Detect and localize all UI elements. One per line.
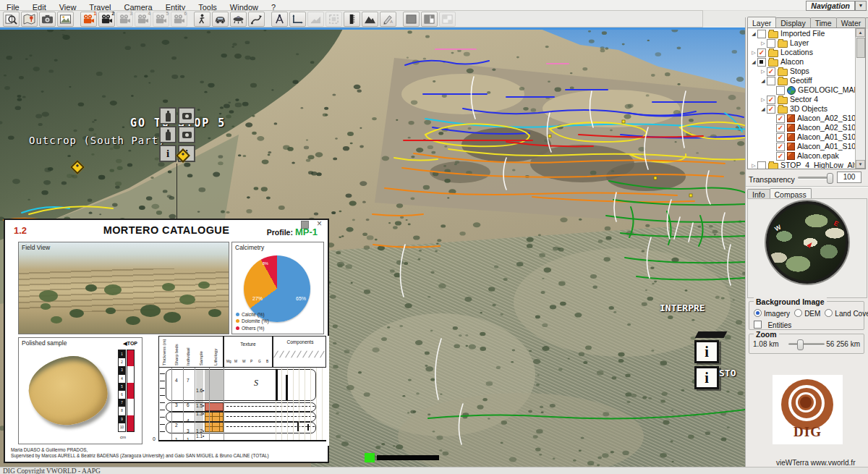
tree-checkbox[interactable] (757, 30, 766, 38)
tree-checkbox[interactable]: ✓ (776, 133, 785, 142)
tree-item-sector-4[interactable]: ▷✓Sector 4 (748, 95, 856, 104)
video-camera-5-button[interactable]: 5 (153, 12, 169, 27)
tree-checkbox[interactable] (757, 161, 766, 170)
tree-item-alacon-epak[interactable]: ✓Alacon.epak (748, 151, 856, 161)
rock-sample-photo (25, 352, 111, 429)
compass-east-label: E (833, 219, 840, 228)
interpretation-billboard[interactable]: i i (694, 340, 719, 389)
tree-item-geologic-map-magna50-[interactable]: GEOLOGIC_MAP_MAGNA50_ (748, 85, 856, 95)
photo-camera-icon[interactable] (178, 107, 195, 124)
tree-item-alacon-a01-s101-epak[interactable]: ✓Alacon_A01_S101.epak (748, 142, 856, 151)
zoom-slider[interactable] (788, 343, 825, 345)
drive-mode-button[interactable] (212, 12, 229, 27)
tree-expander-icon[interactable]: ▷ (750, 48, 757, 57)
tree-item-geotiff[interactable]: ◢Geotiff (748, 76, 856, 85)
tree-item-layer[interactable]: ▷Layer (748, 38, 856, 48)
annotate-button[interactable]: A (380, 12, 396, 27)
tree-expander-icon[interactable]: ▷ (750, 161, 757, 169)
video-camera-6-button[interactable]: 6 (171, 12, 187, 27)
tree-expander-icon[interactable]: ▷ (760, 38, 767, 48)
tree-checkbox[interactable]: ✓ (776, 143, 785, 151)
tree-item-3d-objects[interactable]: ◢✓3D Objects (748, 104, 856, 114)
tree-checkbox[interactable]: ✓ (767, 67, 775, 76)
tree-checkbox[interactable]: ✓ (767, 105, 775, 114)
axes-view-button[interactable] (289, 12, 306, 27)
tree-checkbox[interactable]: ✓ (767, 96, 775, 104)
entities-checkbox[interactable] (754, 321, 762, 329)
layout-quad-button[interactable] (439, 12, 456, 27)
toolbar: 123456A (0, 10, 703, 27)
compass-west-label: W (773, 224, 782, 233)
tree-expander-icon[interactable]: ◢ (750, 29, 757, 38)
tree-expander-icon[interactable]: ◢ (760, 76, 767, 85)
tree-item-alacon-a01-s102-epak[interactable]: ✓Alacon_A01_S102.epak (748, 132, 856, 142)
selection-frame-button[interactable] (326, 12, 342, 27)
scroll-up-icon[interactable]: ▲ (856, 28, 865, 37)
measure-compass-button[interactable] (271, 12, 288, 27)
ruler-button[interactable] (344, 12, 360, 27)
tree-checkbox[interactable]: ✓ (776, 114, 785, 123)
tree-item-alacon[interactable]: ◢Alacon (748, 57, 856, 67)
video-camera-1-button[interactable]: 1 (80, 12, 97, 27)
tree-checkbox[interactable] (776, 86, 785, 95)
terrain-button[interactable] (362, 12, 378, 27)
transparency-value[interactable]: 100 (837, 172, 861, 183)
search-find-button[interactable] (3, 12, 20, 27)
tree-checkbox[interactable] (767, 39, 775, 48)
tree-expander-icon[interactable]: ◢ (750, 57, 757, 67)
close-icon[interactable]: × (317, 219, 322, 229)
layout-single-button[interactable] (403, 12, 420, 27)
chevron-down-icon[interactable]: ▼ (855, 1, 867, 11)
video-camera-3-button[interactable]: 3 (116, 12, 133, 27)
tree-item-locations[interactable]: ▷✓Locations (748, 48, 856, 57)
path-travel-button[interactable] (248, 12, 265, 27)
tree-expander-icon[interactable]: ▷ (760, 67, 767, 76)
info-icon[interactable]: i (694, 366, 719, 389)
tree-checkbox[interactable]: ✓ (776, 124, 785, 132)
tree-item-imported-file[interactable]: ◢Imported File (748, 29, 856, 38)
sample-bottle-icon[interactable] (159, 107, 176, 124)
tree-checkbox[interactable] (767, 77, 775, 85)
profile-chart-button[interactable] (307, 12, 324, 27)
tree-scrollbar[interactable]: ▲ ▼ (855, 28, 865, 169)
folder-icon (778, 41, 788, 48)
tree-expander-icon[interactable]: ◢ (760, 104, 767, 114)
info-icon[interactable]: i (694, 340, 719, 363)
radio-imagery[interactable] (754, 309, 762, 317)
tree-item-stops[interactable]: ▷✓Stops (748, 67, 856, 76)
navigation-dropdown[interactable]: Navigation (806, 1, 855, 11)
compass-minimap[interactable]: W E (766, 201, 848, 284)
walk-mode-button[interactable] (194, 12, 210, 27)
outcrop-label: Outcrop (South Part) (29, 135, 166, 146)
scroll-thumb[interactable] (856, 38, 865, 58)
layout-split-button[interactable] (421, 12, 438, 27)
sample-bottle-icon[interactable] (159, 126, 176, 143)
snapshot-button[interactable] (39, 12, 56, 27)
video-camera-4-button[interactable]: 4 (135, 12, 151, 27)
tree-checkbox[interactable] (757, 58, 766, 67)
tree-item-alacon-a02-s100-epak[interactable]: ✓Alacon_A02_S100.epak (748, 123, 856, 132)
tree-expander-icon[interactable]: ▷ (760, 95, 767, 104)
info-icon[interactable]: i (159, 145, 176, 162)
radio-dem[interactable] (794, 309, 802, 317)
fly-mode-button[interactable] (230, 12, 247, 27)
scroll-down-icon[interactable]: ▼ (856, 160, 865, 169)
cm-ruler-red (127, 350, 135, 432)
tree-checkbox[interactable]: ✓ (757, 48, 766, 57)
video-camera-2-button[interactable]: 2 (98, 12, 115, 27)
zoom-slider-thumb[interactable] (797, 339, 804, 350)
field-view-label: Field View (22, 244, 50, 251)
stratigraphic-column: Thickness (m)Sharp bedsIndividual bedsSa… (148, 336, 329, 446)
copyright-text: DIG Copyright VWORLD - AAPG (3, 467, 101, 474)
map-location-button[interactable] (21, 12, 38, 27)
transparency-slider-thumb[interactable] (827, 173, 833, 184)
tab-layer[interactable]: Layer (747, 17, 776, 28)
tree-item-alacon-a02-s101-epak[interactable]: ✓Alacon_A02_S101.epak (748, 114, 856, 123)
minimize-icon[interactable] (301, 221, 309, 229)
tree-item-stop-4-highlow-altitude[interactable]: ▷STOP_4_HighLow_Altitude (748, 161, 856, 169)
photo-camera-icon[interactable] (178, 126, 195, 143)
radio-land-cover[interactable] (825, 309, 833, 317)
timeline-play-marker[interactable] (365, 453, 375, 462)
image-view-button[interactable] (57, 12, 74, 27)
tree-checkbox[interactable]: ✓ (776, 152, 785, 161)
